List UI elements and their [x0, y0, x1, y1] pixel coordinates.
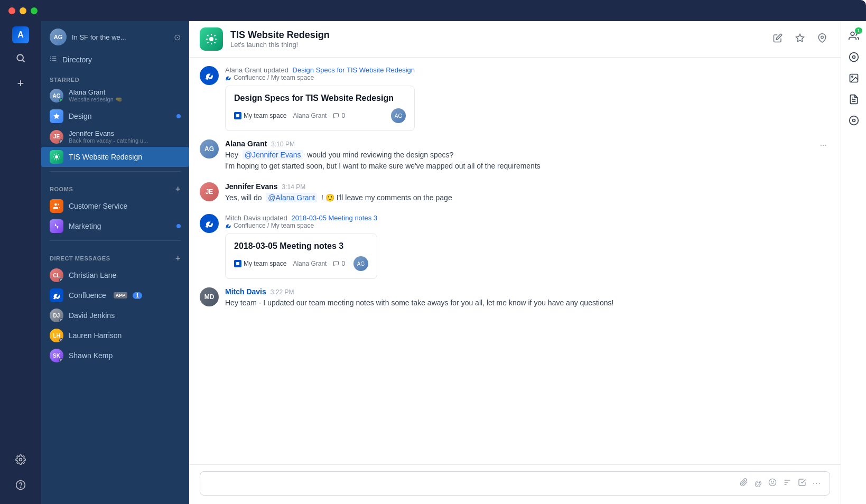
add-dm-button[interactable]: +	[175, 254, 181, 263]
jennifer-subtitle: Back from vacay - catching u...	[69, 137, 181, 144]
channel-subtitle: Let's launch this thing!	[230, 41, 770, 49]
jennifer-status	[59, 139, 63, 144]
confluence-badge-count: 1	[133, 292, 142, 299]
image-panel-icon[interactable]	[844, 69, 863, 88]
help-icon[interactable]	[10, 474, 31, 496]
add-button[interactable]: +	[10, 73, 31, 94]
alana-mention: @Alana Grant	[266, 193, 317, 202]
svg-point-30	[852, 119, 855, 122]
dm-david[interactable]: DJ David Jenkins	[41, 305, 189, 325]
integration-1-link[interactable]: Design Specs for TIS Website Redesign	[293, 66, 415, 74]
user-status-name: In SF for the we...	[72, 33, 126, 41]
svg-point-19	[769, 479, 776, 486]
alana-msg-author: Alana Grant	[225, 139, 267, 148]
svg-line-1	[23, 60, 25, 62]
more-actions-icon[interactable]: ···	[812, 478, 822, 489]
svg-marker-15	[796, 34, 804, 41]
sidebar-header: AG In SF for the we... ⊙	[41, 21, 189, 51]
card-2-footer: My team space Alana Grant 0 AG	[234, 256, 368, 271]
confluence-path-2: Confluence / My team space	[225, 222, 377, 229]
svg-point-14	[209, 37, 213, 41]
add-room-button[interactable]: +	[175, 184, 181, 194]
starred-item-alana[interactable]: AG Alana Grant Website redesign 🤜	[41, 85, 189, 106]
jennifer-avatar: JE	[50, 130, 63, 144]
card-2-avatar: AG	[353, 256, 368, 271]
format-icon[interactable]	[782, 477, 793, 490]
marketing-unread-dot	[176, 224, 181, 228]
alana-msg-body: Alana Grant 3:10 PM Hey @Jennifer Evans …	[225, 139, 541, 172]
card-2-comments: 0	[333, 260, 345, 267]
settings-panel-icon[interactable]	[844, 111, 863, 130]
attachment-icon[interactable]	[739, 477, 749, 490]
svg-marker-11	[53, 113, 60, 119]
pin-button[interactable]	[814, 30, 830, 49]
marketing-name: Marketing	[69, 222, 171, 230]
room-customer-service[interactable]: Customer Service	[41, 196, 189, 216]
card-1-title: Design Specs for TIS Website Redesign	[234, 94, 406, 103]
lauren-status	[59, 338, 63, 342]
confluence-path-text-2: Confluence / My team space	[234, 222, 314, 229]
online-indicator	[59, 98, 63, 102]
close-button[interactable]	[8, 7, 15, 14]
alana-msg-avatar: AG	[200, 139, 219, 158]
room-marketing[interactable]: Marketing	[41, 216, 189, 236]
chat-input-box: @ ···	[200, 471, 830, 496]
main-chat: TIS Website Redesign Let's launch this t…	[189, 0, 841, 504]
customer-service-name: Customer Service	[69, 202, 181, 210]
starred-section-label: STARRED	[41, 68, 189, 85]
christian-status	[59, 278, 63, 282]
confluence-card-2[interactable]: 2018-03-05 Meeting notes 3 My team space…	[225, 234, 377, 279]
maximize-button[interactable]	[31, 7, 38, 14]
alana-msg-text-1: Hey @Jennifer Evans would you mind revie…	[225, 150, 541, 161]
dm-confluence[interactable]: Confluence APP 1	[41, 285, 189, 305]
message-actions-1[interactable]: ···	[817, 139, 830, 151]
starred-item-jennifer[interactable]: JE Jennifer Evans Back from vacay - catc…	[41, 126, 189, 147]
david-status	[59, 318, 63, 322]
dm-shawn[interactable]: SK Shawn Kemp	[41, 346, 189, 366]
edit-button[interactable]	[770, 30, 786, 49]
minimize-button[interactable]	[20, 7, 26, 14]
chat-input-area: @ ···	[189, 464, 841, 504]
mitch-msg-content: Mitch Davis 3:22 PM Hey team - I updated…	[225, 287, 830, 309]
card-1-space-name: My team space	[244, 112, 286, 119]
card-1-space: My team space	[234, 112, 286, 119]
status-settings-icon[interactable]: ⊙	[174, 32, 181, 42]
svg-point-22	[851, 32, 854, 36]
settings-icon[interactable]	[10, 449, 31, 470]
channel-info: TIS Website Redesign Let's launch this t…	[230, 30, 770, 49]
jennifer-name: Jennifer Evans	[69, 129, 181, 137]
user-status[interactable]: AG In SF for the we...	[50, 29, 126, 45]
svg-rect-17	[236, 114, 239, 117]
confluence-card-1[interactable]: Design Specs for TIS Website Redesign My…	[225, 86, 415, 131]
chat-input[interactable]	[208, 479, 734, 488]
emoji-icon[interactable]	[767, 477, 778, 490]
search-icon[interactable]	[10, 48, 31, 69]
integration-2-link[interactable]: 2018-03-05 Meeting notes 3	[291, 214, 377, 222]
dm-lauren[interactable]: LH Lauren Harrison	[41, 325, 189, 346]
starred-item-design[interactable]: Design	[41, 106, 189, 126]
dm-christian[interactable]: CL Christian Lane	[41, 265, 189, 285]
document-panel-icon[interactable]	[844, 90, 863, 109]
customer-service-avatar	[50, 199, 63, 213]
app-badge: APP	[114, 292, 128, 298]
svg-point-2	[20, 459, 22, 461]
alana-avatar: AG	[50, 89, 63, 102]
design-unread-dot	[176, 114, 181, 118]
starred-item-tis[interactable]: TIS Website Redesign	[41, 147, 189, 167]
card-1-footer: My team space Alana Grant 0 AG	[234, 108, 406, 123]
integration-2-author-text: Mitch Davis updated	[225, 214, 287, 222]
sidebar-directory[interactable]: Directory	[41, 51, 189, 68]
mention-icon[interactable]: @	[753, 478, 763, 489]
mitch-msg-text: Hey team - I updated our team meeting no…	[225, 297, 830, 309]
card-2-title: 2018-03-05 Meeting notes 3	[234, 241, 368, 251]
card-2-author: Alana Grant	[293, 260, 327, 267]
shawn-avatar: SK	[50, 349, 63, 362]
video-panel-icon[interactable]	[844, 48, 863, 67]
space-icon-2	[234, 260, 241, 267]
checklist-icon[interactable]	[797, 477, 807, 490]
integration-update-2: Mitch Davis updated 2018-03-05 Meeting n…	[200, 214, 830, 279]
people-panel-icon[interactable]: 1	[844, 26, 863, 45]
chat-messages: Alana Grant updated Design Specs for TIS…	[189, 58, 841, 464]
divider-2	[50, 240, 181, 241]
star-button[interactable]	[792, 30, 808, 49]
